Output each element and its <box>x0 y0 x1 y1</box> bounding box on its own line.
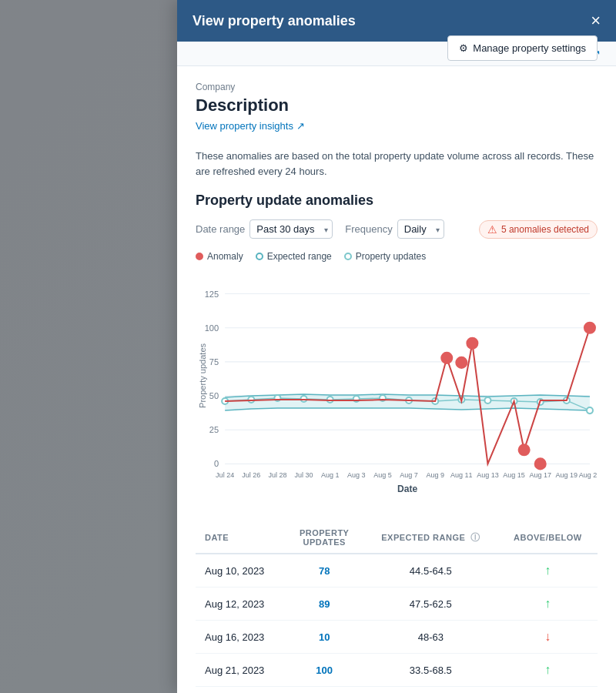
svg-text:25: 25 <box>209 425 219 434</box>
legend-property-updates: Property updates <box>344 251 426 262</box>
frequency-control: Frequency Daily <box>345 219 444 239</box>
frequency-select-wrapper: Daily <box>397 219 444 239</box>
section-heading: Property update anomalies <box>196 192 598 209</box>
anomaly-count-text: 5 anomalies detected <box>501 224 589 235</box>
cell-expected: 47.5-62.5 <box>363 588 498 621</box>
svg-text:125: 125 <box>205 290 219 299</box>
svg-text:Aug 13: Aug 13 <box>477 471 499 479</box>
svg-point-33 <box>584 323 595 333</box>
svg-point-30 <box>467 338 477 349</box>
cell-direction: ↑ <box>498 554 598 588</box>
table-row: Aug 10, 2023 78 44.5-64.5 ↑ <box>196 554 598 588</box>
svg-point-29 <box>441 353 452 363</box>
svg-text:0: 0 <box>214 459 219 468</box>
modal-content: Company Description View property insigh… <box>177 66 616 693</box>
header-left: Company Description View property insigh… <box>196 82 447 142</box>
external-link-icon-small: ↗ <box>296 120 305 132</box>
svg-text:Aug 15: Aug 15 <box>503 471 525 479</box>
cell-direction: ↓ <box>498 621 598 654</box>
close-button[interactable]: × <box>591 12 601 29</box>
controls-row: Date range Past 30 days Frequency Daily <box>196 219 598 239</box>
cell-expected: 33.5-68.5 <box>363 654 498 687</box>
manage-property-settings-button[interactable]: ⚙ Manage property settings <box>447 35 598 61</box>
svg-text:Aug 19: Aug 19 <box>556 471 578 479</box>
svg-text:50: 50 <box>209 391 219 400</box>
date-range-label: Date range <box>196 223 245 235</box>
svg-point-34 <box>535 458 546 469</box>
svg-text:75: 75 <box>209 357 219 367</box>
company-label: Company <box>196 82 447 92</box>
svg-text:Aug 17: Aug 17 <box>529 471 551 479</box>
frequency-label: Frequency <box>345 223 392 235</box>
cell-date: Aug 16, 2023 <box>196 621 285 654</box>
anomaly-legend-label: Anomaly <box>207 251 243 262</box>
modal-title: View property anomalies <box>192 13 356 29</box>
direction-down-icon: ↓ <box>544 630 551 643</box>
cell-date: Aug 21, 2023 <box>196 654 285 687</box>
frequency-select[interactable]: Daily <box>397 219 444 239</box>
insights-link-text: View property insights <box>196 120 293 132</box>
svg-point-24 <box>484 397 490 403</box>
cell-updates: 89 <box>285 588 363 621</box>
cell-date: Aug 12, 2023 <box>196 588 285 621</box>
col-expected: EXPECTED RANGE ⓘ <box>363 522 498 554</box>
expected-range-info-icon[interactable]: ⓘ <box>470 532 480 543</box>
table-row: Aug 21, 2023 100 33.5-68.5 ↑ <box>196 654 598 687</box>
anomaly-count-badge: ⚠ 5 anomalies detected <box>479 220 598 239</box>
col-date: DATE <box>196 522 285 554</box>
svg-point-28 <box>587 407 593 413</box>
direction-up-icon: ↑ <box>544 597 551 610</box>
chart-container: 125 100 75 50 25 0 Property updates <box>196 268 598 507</box>
svg-text:Aug 3: Aug 3 <box>347 471 366 479</box>
cell-direction: ↑ <box>498 654 598 687</box>
property-updates-legend-dot <box>344 253 352 260</box>
svg-text:Aug 5: Aug 5 <box>373 471 392 479</box>
svg-point-17 <box>301 396 307 402</box>
svg-text:Jul 28: Jul 28 <box>268 471 286 479</box>
svg-text:Jul 24: Jul 24 <box>216 471 234 479</box>
cell-date: Aug 10, 2023 <box>196 554 285 588</box>
direction-up-icon: ↑ <box>544 564 551 577</box>
date-range-select[interactable]: Past 30 days <box>249 219 333 239</box>
svg-text:100: 100 <box>205 323 219 333</box>
cell-updates: 10 <box>285 621 363 654</box>
svg-text:Date: Date <box>397 484 417 494</box>
svg-text:Aug 21: Aug 21 <box>579 471 598 479</box>
modal-panel: View property anomalies × Provide feedba… <box>177 0 616 693</box>
settings-icon: ⚙ <box>459 42 468 54</box>
svg-point-32 <box>519 444 530 455</box>
cell-expected: 44.5-64.5 <box>363 554 498 588</box>
cell-updates: 100 <box>285 654 363 687</box>
col-updates: PROPERTYUPDATES <box>285 522 363 554</box>
legend-expected-range: Expected range <box>256 251 332 262</box>
date-range-select-wrapper: Past 30 days <box>249 219 333 239</box>
legend-anomaly: Anomaly <box>196 251 243 262</box>
description-text: These anomalies are based on the total p… <box>196 149 598 179</box>
modal-backdrop: View property anomalies × Provide feedba… <box>0 0 616 693</box>
col-direction: ABOVE/BELOW <box>498 522 598 554</box>
svg-text:Aug 11: Aug 11 <box>450 471 473 479</box>
svg-text:Property updates: Property updates <box>198 343 207 407</box>
manage-button-label: Manage property settings <box>473 42 586 54</box>
svg-text:Aug 7: Aug 7 <box>400 471 418 479</box>
expected-range-legend-label: Expected range <box>267 251 332 262</box>
svg-text:Jul 30: Jul 30 <box>295 471 313 479</box>
chart-svg: 125 100 75 50 25 0 Property updates <box>196 268 598 507</box>
property-name: Description <box>196 95 447 116</box>
svg-text:Jul 26: Jul 26 <box>242 471 260 479</box>
svg-text:Aug 1: Aug 1 <box>321 471 340 479</box>
warning-icon: ⚠ <box>487 223 497 236</box>
chart-legend: Anomaly Expected range Property updates <box>196 251 598 262</box>
cell-expected: 48-63 <box>363 621 498 654</box>
table-row: Aug 16, 2023 10 48-63 ↓ <box>196 621 598 654</box>
date-range-control: Date range Past 30 days <box>196 219 333 239</box>
anomalies-table: DATE PROPERTYUPDATES EXPECTED RANGE ⓘ AB… <box>196 522 598 687</box>
header-row: Company Description View property insigh… <box>196 82 598 142</box>
cell-updates: 78 <box>285 554 363 588</box>
view-insights-link[interactable]: View property insights ↗ <box>196 120 447 132</box>
svg-point-31 <box>456 357 467 368</box>
expected-range-legend-dot <box>256 253 263 260</box>
table-row: Aug 12, 2023 89 47.5-62.5 ↑ <box>196 588 598 621</box>
direction-up-icon: ↑ <box>544 663 551 676</box>
property-updates-legend-label: Property updates <box>356 251 426 262</box>
